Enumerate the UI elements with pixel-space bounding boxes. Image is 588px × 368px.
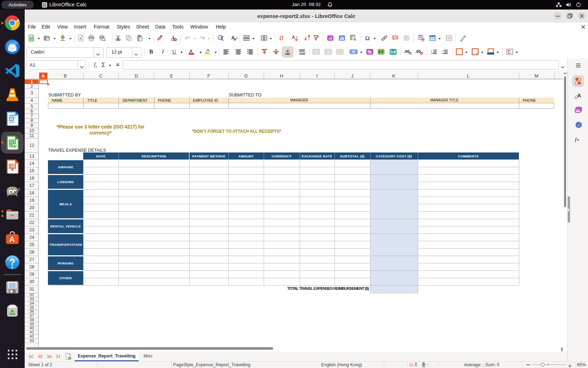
svg-text:.00: .00 [415, 49, 421, 54]
svg-text:0.0: 0.0 [379, 50, 384, 54]
svg-text:A: A [9, 235, 15, 244]
svg-text:?: ? [10, 257, 15, 268]
svg-text:.00: .00 [404, 49, 409, 54]
svg-text:A: A [292, 35, 295, 40]
svg-text:z: z [305, 36, 307, 41]
svg-text:15: 15 [391, 50, 395, 54]
svg-text:%: % [368, 50, 372, 55]
svg-text:A: A [577, 93, 581, 98]
svg-text:A: A [79, 37, 82, 40]
svg-text:A: A [189, 49, 193, 54]
svg-text:Ω: Ω [365, 35, 370, 42]
